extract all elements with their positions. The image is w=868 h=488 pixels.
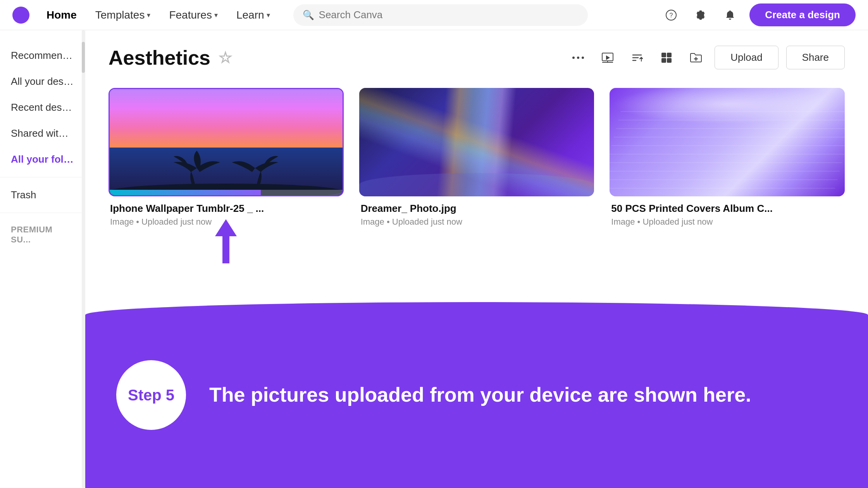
tutorial-text: The pictures uploaded from your device a…: [209, 382, 751, 408]
card-meta-2: Image • Uploaded just now: [361, 217, 593, 227]
card-name-1: Iphone Wallpaper Tumblr-25 _ ...: [110, 203, 342, 215]
svg-rect-10: [667, 58, 672, 63]
add-folder-icon[interactable]: [685, 47, 707, 69]
upload-progress-fill: [110, 190, 261, 195]
sort-icon[interactable]: [626, 47, 648, 69]
sidebar-item-recent[interactable]: Recent designs: [0, 95, 85, 120]
card-thumbnail-3: [610, 88, 845, 196]
learn-chevron-icon: ▾: [267, 11, 270, 19]
svg-rect-9: [661, 58, 666, 63]
folder-title: Aesthetics ☆: [108, 46, 232, 69]
design-card-2[interactable]: Dreamer_ Photo.jpg Image • Uploaded just…: [359, 88, 594, 263]
sidebar-premium-label: PREMIUM SU...: [0, 218, 85, 252]
sidebar-item-your-designs[interactable]: All your designs: [0, 69, 85, 95]
svg-point-2: [572, 57, 575, 59]
nav-home[interactable]: Home: [39, 5, 84, 25]
present-icon[interactable]: [597, 47, 618, 69]
share-button[interactable]: Share: [786, 46, 845, 69]
more-options-icon[interactable]: [567, 47, 589, 69]
card-name-3: 50 PCS Printed Covers Album C...: [611, 203, 843, 215]
svg-text:?: ?: [670, 12, 673, 19]
settings-icon[interactable]: [691, 5, 711, 25]
folder-name: Aesthetics: [108, 46, 210, 69]
content-area: Aesthetics ☆: [85, 30, 868, 488]
card-info-3: 50 PCS Printed Covers Album C... Image •…: [610, 196, 845, 227]
nav-icons: ? Create a design: [661, 3, 856, 26]
main-layout: Recommended for you All your designs Rec…: [0, 30, 868, 488]
card-meta-3: Image • Uploaded just now: [611, 217, 843, 227]
design-card-1[interactable]: Iphone Wallpaper Tumblr-25 _ ... Image •…: [108, 88, 344, 263]
card-info-2: Dreamer_ Photo.jpg Image • Uploaded just…: [359, 196, 594, 227]
scrollbar[interactable]: [82, 30, 85, 488]
bell-icon[interactable]: [720, 5, 740, 25]
header-actions: Upload Share: [567, 46, 845, 69]
help-icon[interactable]: ?: [661, 5, 681, 25]
sidebar-item-folders[interactable]: All your folders: [0, 146, 85, 172]
nav-features[interactable]: Features ▾: [161, 5, 226, 25]
sidebar-divider: [0, 177, 85, 177]
nav-templates[interactable]: Templates ▾: [88, 5, 158, 25]
nav-learn[interactable]: Learn ▾: [229, 5, 278, 25]
search-input[interactable]: [319, 9, 579, 21]
svg-marker-6: [606, 55, 610, 60]
content-header: Aesthetics ☆: [108, 46, 845, 69]
sidebar-item-shared[interactable]: Shared with you: [0, 120, 85, 146]
navbar: Home Templates ▾ Features ▾ Learn ▾ 🔍 ?: [0, 0, 868, 30]
svg-rect-7: [661, 53, 666, 57]
design-card-3[interactable]: 50 PCS Printed Covers Album C... Image •…: [610, 88, 845, 263]
canva-logo[interactable]: [12, 7, 29, 24]
star-icon[interactable]: ☆: [218, 49, 232, 67]
sidebar-item-trash[interactable]: Trash: [0, 182, 85, 208]
templates-chevron-icon: ▾: [147, 11, 150, 19]
upload-button[interactable]: Upload: [715, 46, 778, 69]
features-chevron-icon: ▾: [214, 11, 218, 19]
svg-point-3: [577, 57, 579, 59]
tutorial-overlay: Step 5 The pictures uploaded from your d…: [85, 302, 868, 488]
svg-rect-8: [667, 53, 672, 57]
card-thumbnail-1: [108, 88, 344, 196]
search-icon: 🔍: [303, 10, 314, 21]
sidebar-item-recommended[interactable]: Recommended for you: [0, 43, 85, 69]
scrollbar-thumb: [82, 42, 85, 73]
grid-view-icon[interactable]: [656, 47, 677, 69]
step-label: Step 5: [128, 387, 174, 404]
svg-point-4: [582, 57, 584, 59]
sidebar-divider-2: [0, 213, 85, 213]
upload-progress-bar: [110, 190, 343, 195]
search-bar[interactable]: 🔍: [293, 4, 588, 26]
upload-arrow: [215, 219, 237, 263]
sidebar: Recommended for you All your designs Rec…: [0, 30, 85, 488]
card-thumbnail-2: [359, 88, 594, 196]
design-grid: Iphone Wallpaper Tumblr-25 _ ... Image •…: [108, 88, 845, 263]
upload-arrow-container: [108, 219, 344, 263]
step-circle: Step 5: [116, 360, 186, 430]
card-name-2: Dreamer_ Photo.jpg: [361, 203, 593, 215]
wave-svg: [85, 302, 868, 348]
create-design-button[interactable]: Create a design: [749, 3, 856, 26]
